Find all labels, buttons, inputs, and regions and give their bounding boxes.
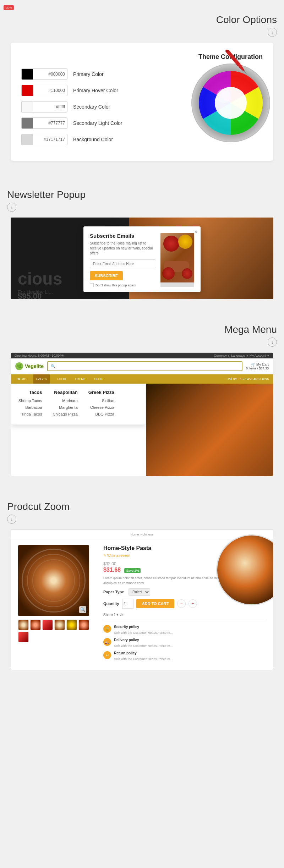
mega-item-chicago[interactable]: Chicago Pizza <box>53 412 77 416</box>
mega-cart-info: 🛒 My Cart 0 items / $84.33 <box>246 363 269 370</box>
mega-nav-pages[interactable]: PAGES <box>33 374 50 384</box>
theme-config-card: Theme Configuration #000000 Primary Colo… <box>11 43 273 161</box>
secondary-color-hex: #ffffff <box>33 104 67 109</box>
primary-color-input[interactable]: #000000 <box>21 68 67 80</box>
policy-return: ↩ Return policy Solit with the Customer … <box>103 651 266 661</box>
mega-item-margherita[interactable]: Margherita <box>53 405 77 410</box>
mega-item-barbacoa[interactable]: Barbacoa <box>18 405 42 410</box>
product-sale-badge: Save 1% <box>124 568 141 573</box>
background-color-input[interactable]: #17171717 <box>21 134 67 145</box>
popup-close-button[interactable]: × <box>194 229 197 235</box>
mega-col-neapolitan: Neapolitan Marinara Margherita Chicago P… <box>53 390 77 419</box>
color-options-arrow: ↓ <box>268 28 277 37</box>
newsletter-title: Newsletter Popup <box>7 189 277 200</box>
mega-col-neapolitan-title: Neapolitan <box>53 390 77 395</box>
mega-right-food-image <box>146 384 273 476</box>
popup-checkbox-label: Don't show this popup again! <box>95 284 136 287</box>
primary-color-hex: #000000 <box>33 72 67 77</box>
hover-color-input[interactable]: #110000 <box>21 85 67 96</box>
delivery-policy-title: Delivery policy <box>114 638 173 642</box>
product-price-old: $32.00 <box>103 561 116 566</box>
mega-search-bar[interactable]: 🔍 <box>47 361 242 371</box>
mega-item-marinara[interactable]: Marinara <box>53 399 77 403</box>
mega-top-left: Opening Hours: 8:00AM - 10:00PM <box>15 354 65 357</box>
mega-item-sicilian[interactable]: Sicilian <box>88 399 114 403</box>
security-icon: 🔒 <box>103 625 111 633</box>
mega-nav-home[interactable]: HOME <box>15 374 28 384</box>
newsletter-preview: cious For Healthy Li... $95.00 × Subscri… <box>11 218 273 299</box>
product-price-new: $31.68 <box>103 567 121 573</box>
newsletter-price: $95.00 <box>18 292 42 299</box>
product-content: -20% 🔍 <box>11 539 273 670</box>
product-thumb-7[interactable] <box>18 632 29 642</box>
primary-color-label: Primary Color <box>73 71 104 77</box>
newsletter-section: Newsletter Popup ↓ cious For Healthy Li.… <box>0 171 284 306</box>
product-thumbnails <box>18 620 96 642</box>
secondary-light-color-label: Secondary Light Color <box>73 120 122 126</box>
popup-subscribe-button[interactable]: SUBSCRIBE <box>90 271 123 280</box>
paper-type-label: Paper Type <box>103 590 124 594</box>
mega-nav-theme[interactable]: THEME <box>73 374 87 384</box>
secondary-color-input[interactable]: #ffffff <box>21 101 67 112</box>
qty-increment-button[interactable]: + <box>189 599 197 608</box>
mega-menu-title: Mega Menu <box>7 324 277 335</box>
mega-top-right: Currency ∨ Language ∨ My Account ∨ <box>214 354 269 357</box>
mega-nav-blog[interactable]: BLOG <box>93 374 105 384</box>
return-icon: ↩ <box>103 651 111 659</box>
background-color-hex: #17171717 <box>33 137 67 142</box>
mega-col-tacos-title: Tacos <box>18 390 42 395</box>
popup-email-input[interactable] <box>90 259 156 268</box>
paper-type-select[interactable]: Ruled <box>129 588 150 596</box>
secondary-light-swatch <box>22 117 33 129</box>
security-policy-text: Security policy Solit with the Customer … <box>114 625 173 635</box>
mega-logo: 🌿 Vegelite <box>15 362 44 370</box>
popup-food-image <box>160 233 194 287</box>
newsletter-arrow: ↓ <box>7 203 16 212</box>
product-thumb-1[interactable] <box>18 620 29 630</box>
add-to-cart-button[interactable]: ADD TO CART <box>136 599 175 608</box>
secondary-light-color-input[interactable]: #777777 <box>21 117 67 129</box>
product-breadcrumb: Home > chinese <box>11 530 273 539</box>
qty-decrement-button[interactable]: − <box>177 599 186 608</box>
mega-col-greek-title: Greek Pizza <box>88 390 114 395</box>
hover-color-label: Primary Hover Color <box>73 88 118 93</box>
popup-left-panel: × Subscribe Emails Subscribe to the Rose… <box>90 233 156 287</box>
product-thumb-2[interactable] <box>30 620 41 630</box>
product-thumb-5[interactable] <box>66 620 77 630</box>
food-image-sim <box>160 233 194 282</box>
product-thumb-6[interactable] <box>78 620 89 630</box>
newsletter-bg-text: cious <box>18 269 62 289</box>
mega-content: Tacos Shrimp Tacos Barbacoa Tinga Tacos … <box>11 384 273 476</box>
mega-item-shrimp[interactable]: Shrimp Tacos <box>18 399 42 403</box>
hover-color-swatch <box>22 85 33 96</box>
secondary-color-label: Secondary Color <box>73 104 110 110</box>
mega-item-bbq[interactable]: BBQ Pizza <box>88 412 114 416</box>
mega-item-tinga[interactable]: Tinga Tacos <box>18 412 42 416</box>
color-options-section: Color Options ↓ Theme Configuration #000… <box>0 0 284 171</box>
popup-title: Subscribe Emails <box>90 233 156 239</box>
mega-col-tacos: Tacos Shrimp Tacos Barbacoa Tinga Tacos <box>18 390 42 419</box>
background-color-label: Background Color <box>73 137 113 142</box>
mega-top-bar: Opening Hours: 8:00AM - 10:00PM Currency… <box>11 353 273 358</box>
primary-color-swatch <box>22 68 33 80</box>
quantity-label: Quantity <box>103 601 119 606</box>
quantity-input[interactable] <box>122 599 133 609</box>
product-zoom-icon[interactable]: 🔍 <box>79 606 86 613</box>
product-share: Share f ✈ ℗ <box>103 613 266 617</box>
mega-header: 🌿 Vegelite 🔍 🛒 My Cart 0 items / $84.33 <box>11 358 273 374</box>
delivery-policy-desc: Solit with the Customer Reassurance m... <box>114 644 173 648</box>
popup-checkbox[interactable] <box>90 283 94 287</box>
product-main-image: 🔍 <box>18 545 89 616</box>
mega-nav-food[interactable]: FOOD <box>55 374 67 384</box>
product-thumb-4[interactable] <box>54 620 65 630</box>
security-policy-desc: Solit with the Customer Reassurance m... <box>114 631 173 634</box>
security-policy-title: Security policy <box>114 625 173 629</box>
product-left-panel: -20% 🔍 <box>18 545 96 664</box>
product-zoom-title: Prodcut Zoom <box>7 501 277 512</box>
product-thumb-3[interactable] <box>42 620 53 630</box>
mega-item-cheese[interactable]: Cheese Pizza <box>88 405 114 410</box>
return-policy-text: Return policy Solit with the Customer Re… <box>114 651 173 661</box>
hover-color-hex: #110000 <box>33 88 67 93</box>
product-policies: 🔒 Security policy Solit with the Custome… <box>103 621 266 661</box>
secondary-light-hex: #777777 <box>33 121 67 126</box>
